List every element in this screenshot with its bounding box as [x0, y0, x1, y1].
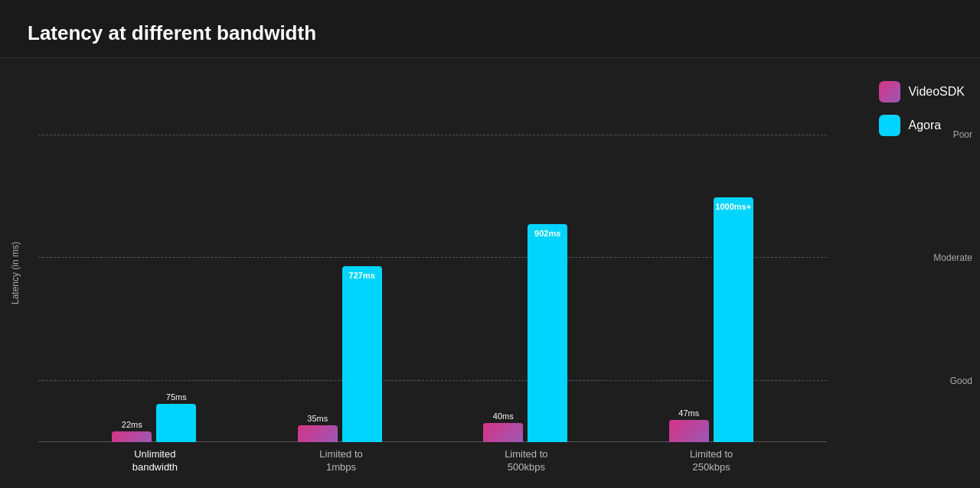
bar-wrapper-agora-1mbps: 727ms727ms — [342, 266, 382, 442]
legend-color-videosdk — [879, 81, 900, 102]
legend: VideoSDK Agora — [879, 81, 965, 136]
bars-unlimited: 22ms75ms — [112, 392, 196, 442]
bar-group-unlimited: 22ms75ms — [112, 392, 196, 442]
x-label-500kbps: Limited to500kbps — [505, 448, 547, 474]
grid-and-bars: Poor Moderate Good 22ms75ms35ms727ms727m… — [38, 73, 827, 488]
bar-videosdk-250kbps — [669, 420, 709, 442]
bar-videosdk-500kbps — [483, 423, 523, 442]
bar-videosdk-unlimited — [112, 431, 152, 442]
bars-250kbps: 47ms1000ms+1000ms+ — [669, 197, 753, 442]
bar-wrapper-videosdk-1mbps: 35ms — [298, 414, 338, 442]
page: Latency at different bandwidth Latency (… — [0, 0, 980, 488]
bar-label-videosdk-1mbps: 35ms — [307, 414, 328, 423]
bar-group-500kbps: 40ms902ms902ms — [483, 224, 567, 442]
header: Latency at different bandwidth — [0, 0, 980, 57]
chart-area: VideoSDK Agora Poor Moderate — [31, 58, 980, 488]
bar-label-videosdk-unlimited: 22ms — [122, 420, 142, 429]
bar-agora-1mbps: 727ms — [342, 266, 382, 442]
x-label-unlimited: Unlimitedbandwidth — [132, 448, 178, 474]
bar-wrapper-agora-unlimited: 75ms — [156, 392, 196, 442]
bars-1mbps: 35ms727ms727ms — [298, 266, 382, 442]
bar-wrapper-agora-500kbps: 902ms902ms — [528, 224, 567, 442]
x-labels: UnlimitedbandwidthLimited to1mbpsLimited… — [38, 442, 827, 488]
x-label-1mbps: Limited to1mbps — [319, 448, 362, 474]
bar-agora-unlimited — [156, 404, 196, 442]
legend-item-agora: Agora — [879, 115, 965, 136]
bar-agora-250kbps: 1000ms+ — [714, 197, 753, 442]
y-axis-label: Latency (in ms) — [0, 58, 31, 488]
legend-label-agora: Agora — [908, 119, 941, 132]
bar-label-agora-unlimited: 75ms — [166, 392, 187, 402]
bar-wrapper-videosdk-250kbps: 47ms — [669, 408, 709, 442]
bar-group-250kbps: 47ms1000ms+1000ms+ — [669, 197, 753, 442]
bar-group-1mbps: 35ms727ms727ms — [298, 266, 382, 442]
legend-label-videosdk: VideoSDK — [908, 85, 965, 99]
bar-value-agora-1mbps: 727ms — [349, 271, 375, 280]
bars-500kbps: 40ms902ms902ms — [483, 224, 567, 442]
bar-value-agora-250kbps: 1000ms+ — [715, 202, 751, 211]
bar-videosdk-1mbps — [298, 425, 338, 442]
legend-color-agora — [879, 115, 900, 136]
bars-row: 22ms75ms35ms727ms727ms40ms902ms902ms47ms… — [38, 73, 827, 442]
page-title: Latency at different bandwidth — [28, 21, 952, 45]
bar-value-agora-500kbps: 902ms — [534, 229, 560, 238]
bar-wrapper-agora-250kbps: 1000ms+1000ms+ — [714, 197, 753, 442]
grid-label-moderate: Moderate — [933, 252, 972, 263]
bar-label-videosdk-250kbps: 47ms — [678, 408, 699, 418]
chart-container: Latency (in ms) VideoSDK Agora Poor — [0, 57, 980, 488]
bar-label-videosdk-500kbps: 40ms — [493, 412, 514, 421]
x-label-250kbps: Limited to250kbps — [690, 448, 733, 474]
bar-wrapper-videosdk-500kbps: 40ms — [483, 412, 523, 442]
grid-label-good: Good — [950, 376, 972, 386]
grid-label-poor: Poor — [953, 129, 972, 140]
bar-agora-500kbps: 902ms — [528, 224, 567, 442]
legend-item-videosdk: VideoSDK — [879, 81, 965, 102]
bar-wrapper-videosdk-unlimited: 22ms — [112, 420, 152, 442]
